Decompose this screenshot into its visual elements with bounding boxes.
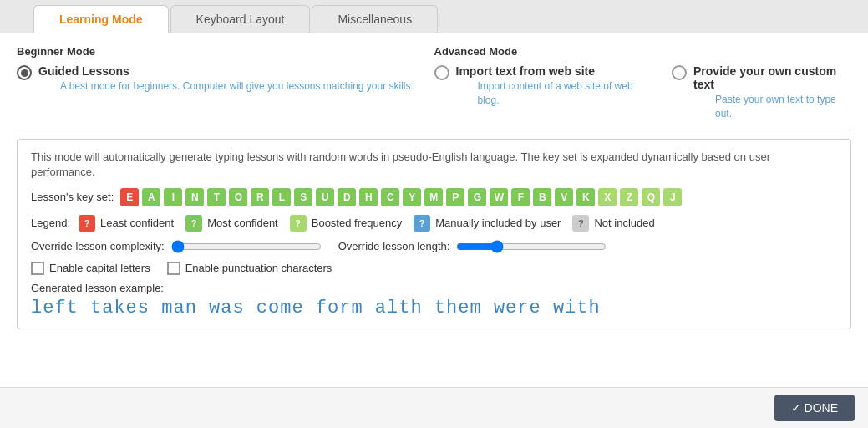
guided-lessons-radio[interactable] (17, 65, 32, 80)
divider (17, 130, 851, 130)
import-text-label: Import text from web site (456, 64, 647, 78)
custom-text-label: Provide your own custom text (693, 64, 851, 91)
legend-item-label-0: Least confident (100, 217, 174, 229)
import-text-desc: Import content of a web site of web blog… (478, 79, 647, 108)
length-label: Override lesson length: (338, 240, 450, 252)
checkboxes-row: Enable capital letters Enable punctuatio… (31, 262, 837, 275)
custom-text-desc: Paste your own text to type out. (715, 93, 851, 121)
keyset-row: Lesson's key set: EAINTORLSUDHCYMPGWFBVK… (31, 188, 837, 206)
tabs-bar: Learning Mode Keyboard Layout Miscellane… (0, 0, 868, 33)
done-button[interactable]: ✓ DONE (774, 395, 855, 421)
import-text-option[interactable]: Import text from web site Import content… (434, 64, 647, 121)
punctuation-checkbox[interactable]: Enable punctuation characters (167, 262, 332, 275)
punctuation-label: Enable punctuation characters (185, 262, 332, 274)
legend-item-label-4: Not included (594, 217, 654, 229)
info-description: This mode will automatically generate ty… (31, 150, 837, 180)
legend-label: Legend: (31, 217, 70, 229)
key-badge-w: W (490, 188, 508, 206)
complexity-slider-group: Override lesson complexity: (31, 240, 322, 253)
key-badge-z: Z (620, 188, 638, 206)
key-badge-f: F (511, 188, 530, 206)
advanced-options: Import text from web site Import content… (434, 64, 852, 121)
key-badge-l: L (272, 188, 291, 206)
guided-lessons-label: Guided Lessons (38, 64, 414, 78)
key-badge-r: R (251, 188, 269, 206)
key-badge-u: U (316, 188, 334, 206)
modes-row: Beginner Mode Guided Lessons A best mode… (17, 45, 851, 121)
legend-item-label-2: Boosted frequency (312, 217, 402, 229)
custom-text-radio[interactable] (672, 65, 687, 80)
length-slider[interactable] (456, 240, 607, 253)
punctuation-box[interactable] (167, 262, 180, 275)
key-badge-s: S (294, 188, 312, 206)
import-text-radio[interactable] (434, 65, 449, 80)
guided-lessons-desc: A best mode for beginners. Computer will… (60, 79, 414, 94)
legend-row: Legend: ?Least confident?Most confident?… (31, 215, 837, 232)
tab-learning-mode[interactable]: Learning Mode (33, 5, 169, 33)
guided-lessons-option[interactable]: Guided Lessons A best mode for beginners… (17, 64, 434, 94)
lesson-example-text: left takes man was come form alth them w… (31, 298, 837, 318)
custom-text-option[interactable]: Provide your own custom text Paste your … (672, 64, 851, 121)
key-badge-n: N (185, 188, 204, 206)
key-badge-p: P (446, 188, 464, 206)
tab-miscellaneous[interactable]: Miscellaneous (312, 5, 438, 33)
key-badge-c: C (381, 188, 399, 206)
legend-item-label-1: Most confident (207, 217, 278, 229)
key-badge-q: Q (642, 188, 660, 206)
advanced-mode-section: Advanced Mode Import text from web site … (434, 45, 852, 121)
lesson-example-label: Generated lesson example: (31, 282, 837, 294)
beginner-mode-section: Beginner Mode Guided Lessons A best mode… (17, 45, 434, 121)
legend-badge-4: ? (572, 215, 589, 232)
legend-badge-3: ? (414, 215, 430, 232)
footer: ✓ DONE (0, 387, 868, 428)
key-badge-k: K (576, 188, 595, 206)
legend-badge-0: ? (79, 215, 95, 232)
legend-badge-2: ? (290, 215, 307, 232)
keyset-label: Lesson's key set: (31, 191, 114, 203)
key-badge-v: V (555, 188, 573, 206)
key-badge-e: E (120, 188, 139, 206)
capital-letters-checkbox[interactable]: Enable capital letters (31, 262, 150, 275)
capital-letters-box[interactable] (31, 262, 44, 275)
advanced-mode-title: Advanced Mode (434, 45, 852, 58)
key-badge-g: G (468, 188, 486, 206)
key-badge-d: D (338, 188, 356, 206)
key-badge-b: B (533, 188, 551, 206)
legend-badge-1: ? (185, 215, 202, 232)
complexity-slider[interactable] (171, 240, 322, 253)
key-badge-o: O (229, 188, 247, 206)
sliders-row: Override lesson complexity: Override les… (31, 240, 837, 253)
beginner-mode-title: Beginner Mode (17, 45, 434, 58)
legend-item-label-3: Manually included by user (435, 217, 561, 229)
key-badge-a: A (142, 188, 160, 206)
key-badge-j: J (663, 188, 682, 206)
capital-letters-label: Enable capital letters (49, 262, 150, 274)
length-slider-group: Override lesson length: (338, 240, 607, 253)
main-content: Beginner Mode Guided Lessons A best mode… (0, 33, 868, 387)
key-badge-i: I (164, 188, 182, 206)
key-badge-m: M (424, 188, 443, 206)
tab-keyboard-layout[interactable]: Keyboard Layout (170, 5, 311, 33)
key-badge-h: H (359, 188, 378, 206)
info-box: This mode will automatically generate ty… (17, 139, 851, 329)
complexity-label: Override lesson complexity: (31, 240, 165, 252)
key-badge-y: Y (403, 188, 421, 206)
key-badge-x: X (598, 188, 617, 206)
key-badge-t: T (207, 188, 226, 206)
